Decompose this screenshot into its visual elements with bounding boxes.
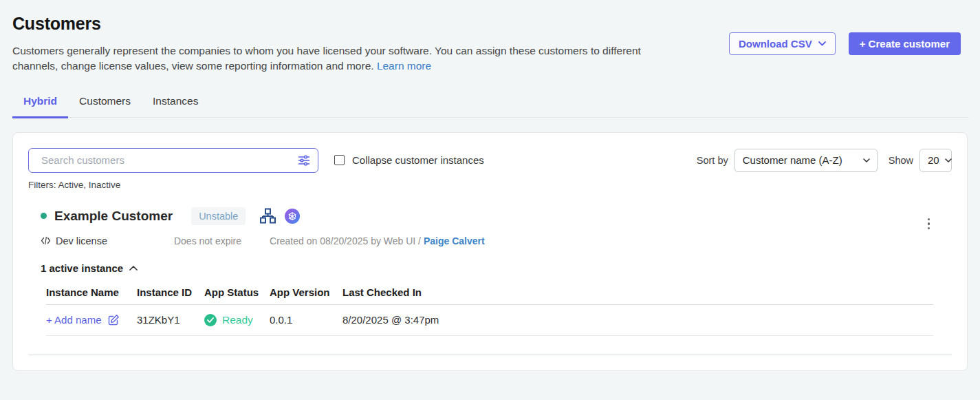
channel-badge: Unstable <box>191 207 246 225</box>
chevron-down-icon <box>818 41 826 46</box>
col-instance-name: Instance Name <box>46 286 137 298</box>
org-hierarchy-icon <box>260 208 276 224</box>
chevron-up-icon <box>129 266 138 271</box>
instances-table-header: Instance Name Instance ID App Status App… <box>46 286 933 305</box>
code-brackets-icon <box>41 236 51 245</box>
add-name-label: + Add name <box>46 314 101 326</box>
last-checked-in-cell: 8/20/2025 @ 3:47pm <box>342 314 933 326</box>
header-actions: Download CSV + Create customer <box>729 32 961 55</box>
tab-customers[interactable]: Customers <box>68 95 142 117</box>
license-expiry: Does not expire <box>174 235 241 246</box>
page-title: Customers <box>12 14 961 34</box>
page-description-text: Customers generally represent the compan… <box>12 45 641 72</box>
page-description: Customers generally represent the compan… <box>12 43 676 74</box>
show-select[interactable]: 20 <box>919 149 952 172</box>
sort-by-select[interactable]: Customer name (A-Z) <box>734 149 878 172</box>
sort-by-label: Sort by <box>697 155 728 166</box>
instance-id-cell: 31ZKbY1 <box>137 314 204 326</box>
col-instance-id: Instance ID <box>137 286 204 298</box>
col-app-status: App Status <box>204 286 270 298</box>
tab-instances[interactable]: Instances <box>142 95 209 117</box>
customer-actions-menu-icon[interactable] <box>925 215 933 233</box>
search-wrap <box>28 148 318 173</box>
chevron-down-icon <box>863 158 870 162</box>
show-value: 20 <box>928 154 939 166</box>
customer-status-dot-icon <box>41 213 47 219</box>
sort-by-value: Customer name (A-Z) <box>743 154 842 166</box>
license-type-label: Dev license <box>56 235 107 246</box>
app-status-text: Ready <box>222 314 253 326</box>
tab-bar: Hybrid Customers Instances <box>12 95 969 118</box>
customer-header-row: Example Customer Unstable <box>41 207 952 225</box>
customer-name[interactable]: Example Customer <box>54 209 173 224</box>
page-header: Customers Customers generally represent … <box>0 0 980 74</box>
collapse-instances-label: Collapse customer instances <box>352 154 484 166</box>
filter-sliders-icon[interactable] <box>297 154 311 170</box>
created-info-text: Created on 08/20/2025 by Web UI / <box>270 235 421 246</box>
instances-summary-label: 1 active instance <box>41 262 123 274</box>
add-instance-name-button[interactable]: + Add name <box>46 314 137 326</box>
created-by-link[interactable]: Paige Calvert <box>424 235 485 246</box>
toolbar: Collapse customer instances Sort by Cust… <box>28 148 952 173</box>
learn-more-link[interactable]: Learn more <box>377 60 431 72</box>
license-type: Dev license <box>41 235 107 246</box>
col-last-checked-in: Last Checked In <box>342 286 933 298</box>
kubernetes-icon <box>285 209 300 224</box>
col-app-version: App Version <box>270 286 342 298</box>
collapse-instances-control: Collapse customer instances <box>334 154 484 166</box>
active-filters-note: Filters: Active, Inactive <box>28 180 952 190</box>
edit-pencil-icon <box>108 314 120 326</box>
table-row: + Add name 31ZKbY1 Ready 0.0.1 8/20/2025… <box>46 305 933 336</box>
license-row: Dev license Does not expire Created on 0… <box>41 235 952 246</box>
create-customer-button[interactable]: + Create customer <box>849 32 961 55</box>
created-info: Created on 08/20/2025 by Web UI / Paige … <box>270 235 485 246</box>
ready-check-icon <box>204 314 217 326</box>
tab-hybrid[interactable]: Hybrid <box>12 95 68 118</box>
search-input[interactable] <box>28 148 318 173</box>
download-csv-label: Download CSV <box>739 38 812 50</box>
collapse-instances-checkbox[interactable] <box>334 155 345 165</box>
instances-summary-toggle[interactable]: 1 active instance <box>41 262 952 274</box>
customers-panel: Collapse customer instances Sort by Cust… <box>12 132 968 371</box>
show-label: Show <box>889 155 913 166</box>
app-version-cell: 0.0.1 <box>270 314 342 326</box>
app-status-cell: Ready <box>204 314 270 326</box>
instances-table: Instance Name Instance ID App Status App… <box>46 286 933 336</box>
download-csv-button[interactable]: Download CSV <box>729 32 836 55</box>
chevron-down-icon <box>945 158 952 162</box>
card-bottom-divider <box>28 355 952 355</box>
